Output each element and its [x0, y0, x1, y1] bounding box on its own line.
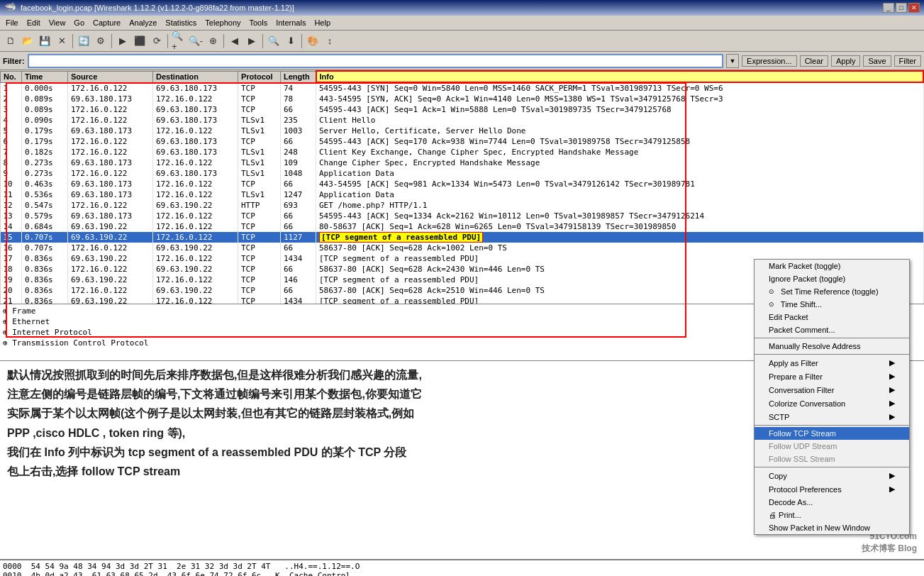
cell-proto: TCP [238, 94, 281, 104]
cell-no: 13 [1, 211, 22, 221]
expression-button[interactable]: Expression... [742, 55, 797, 67]
table-row[interactable]: 5 0.179s 69.63.180.173 172.16.0.122 TLSv… [1, 126, 924, 136]
table-row[interactable]: 14 0.684s 69.63.190.22 172.16.0.122 TCP … [1, 221, 924, 232]
filter-bar: Filter: ▼ Expression... Clear Apply Save… [0, 52, 924, 70]
ctx-set-time-ref[interactable]: ⊙ Set Time Reference (toggle) [755, 285, 909, 298]
ctx-apply-as-filter[interactable]: Apply as Filter ▶ [755, 356, 909, 370]
cell-proto: TCP [238, 179, 281, 189]
tb-scroll[interactable]: ⬇ [283, 33, 299, 49]
menu-go[interactable]: Go [69, 17, 89, 28]
ctx-edit-packet[interactable]: Edit Packet [755, 311, 909, 323]
filter-label: Filter: [3, 57, 25, 65]
close-button[interactable]: ✕ [908, 3, 920, 13]
ctx-ignore-packet[interactable]: Ignore Packet (toggle) [755, 272, 909, 285]
cell-len: 1127 [281, 232, 316, 243]
tb-capture-options[interactable]: ⚙ [93, 33, 108, 49]
tb-close[interactable]: ✕ [54, 33, 69, 49]
clear-button[interactable]: Clear [800, 55, 828, 67]
cell-time: 0.089s [22, 94, 68, 104]
menu-capture[interactable]: Capture [89, 17, 125, 28]
ctx-show-new-window[interactable]: Show Packet in New Window [755, 521, 909, 534]
table-row[interactable]: 12 0.547s 172.16.0.122 69.63.190.22 HTTP… [1, 200, 924, 211]
filter-button[interactable]: Filter [894, 55, 921, 67]
ctx-mark-packet[interactable]: Mark Packet (toggle) [755, 260, 909, 272]
ctx-time-shift[interactable]: ⊙ Time Shift... [755, 298, 909, 311]
ctx-sctp[interactable]: SCTP ▶ [755, 410, 909, 423]
table-row[interactable]: 9 0.273s 172.16.0.122 69.63.180.173 TLSv… [1, 168, 924, 179]
tb-start-capture[interactable]: ▶ [115, 33, 130, 49]
table-row[interactable]: 8 0.273s 69.63.180.173 172.16.0.122 TLSv… [1, 157, 924, 168]
table-row[interactable]: 6 0.179s 172.16.0.122 69.63.180.173 TCP … [1, 136, 924, 147]
menu-telephony[interactable]: Telephony [201, 17, 245, 28]
tb-zoom-in[interactable]: 🔍+ [171, 33, 187, 49]
table-row[interactable]: 2 0.089s 69.63.180.173 172.16.0.122 TCP … [1, 94, 924, 104]
cell-len: 66 [281, 285, 316, 296]
tb-back[interactable]: ◀ [227, 33, 243, 49]
table-row[interactable]: 4 0.090s 172.16.0.122 69.63.180.173 TLSv… [1, 115, 924, 126]
tb-new[interactable]: 🗋 [3, 33, 18, 49]
table-row[interactable]: 10 0.463s 69.63.180.173 172.16.0.122 TCP… [1, 179, 924, 189]
tb-save[interactable]: 💾 [37, 33, 52, 49]
ctx-print[interactable]: 🖨 Print... [755, 509, 909, 521]
save-button[interactable]: Save [863, 55, 891, 67]
menu-tools[interactable]: Tools [245, 17, 272, 28]
table-row[interactable]: 11 0.536s 69.63.180.173 172.16.0.122 TLS… [1, 189, 924, 200]
table-row[interactable]: 13 0.579s 69.63.180.173 172.16.0.122 TCP… [1, 211, 924, 221]
col-time[interactable]: Time [22, 71, 68, 82]
col-destination[interactable]: Destination [153, 71, 238, 82]
cell-src: 69.63.180.173 [68, 179, 153, 189]
cell-no: 21 [1, 296, 22, 304]
cell-no: 9 [1, 168, 22, 179]
cell-dst: 172.16.0.122 [153, 296, 238, 304]
col-no[interactable]: No. [1, 71, 22, 82]
col-length[interactable]: Length [281, 71, 316, 82]
menu-edit[interactable]: Edit [23, 17, 45, 28]
ctx-conversation-filter[interactable]: Conversation Filter ▶ [755, 383, 909, 397]
cell-time: 0.836s [22, 296, 68, 304]
table-row[interactable]: 1 0.000s 172.16.0.122 69.63.180.173 TCP … [1, 82, 924, 94]
tb-find-packet[interactable]: 🔍 [266, 33, 282, 49]
tb-stop-capture[interactable]: ⬛ [132, 33, 147, 49]
table-row[interactable]: 16 0.707s 172.16.0.122 69.63.190.22 TCP … [1, 243, 924, 253]
table-row[interactable]: 15 0.707s 69.63.190.22 172.16.0.122 TCP … [1, 232, 924, 243]
ctx-prepare-filter[interactable]: Prepare a Filter ▶ [755, 370, 909, 383]
filter-dropdown[interactable]: ▼ [726, 54, 739, 68]
ctx-protocol-prefs[interactable]: Protocol Preferences ▶ [755, 482, 909, 496]
tb-zoom-normal[interactable]: ⊕ [205, 33, 221, 49]
ctx-copy[interactable]: Copy ▶ [755, 469, 909, 482]
table-row[interactable]: 7 0.182s 172.16.0.122 69.63.180.173 TLSv… [1, 147, 924, 157]
minimize-button[interactable]: _ [883, 3, 894, 13]
tb-reload[interactable]: 🔄 [76, 33, 91, 49]
apply-button[interactable]: Apply [831, 55, 861, 67]
tb-open[interactable]: 📂 [20, 33, 35, 49]
cell-src: 69.63.180.173 [68, 157, 153, 168]
cell-time: 0.273s [22, 157, 68, 168]
tb-forward[interactable]: ▶ [244, 33, 260, 49]
menu-internals[interactable]: Internals [272, 17, 310, 28]
tb-colorize[interactable]: 🎨 [305, 33, 321, 49]
menu-file[interactable]: File [1, 17, 23, 28]
tb-restart-capture[interactable]: ⟳ [149, 33, 165, 49]
col-info[interactable]: Info [316, 71, 924, 82]
ctx-follow-tcp[interactable]: Follow TCP Stream [755, 427, 909, 440]
cell-len: 1434 [281, 296, 316, 304]
col-protocol[interactable]: Protocol [238, 71, 281, 82]
maximize-button[interactable]: □ [896, 3, 907, 13]
filter-input[interactable] [28, 54, 723, 68]
ctx-colorize-conversation[interactable]: Colorize Conversation ▶ [755, 397, 909, 410]
cell-src: 172.16.0.122 [68, 136, 153, 147]
col-source[interactable]: Source [68, 71, 153, 82]
app-icon: 🦈 [4, 2, 16, 13]
tb-zoom-out[interactable]: 🔍- [188, 33, 204, 49]
cell-dst: 172.16.0.122 [153, 253, 238, 264]
menu-analyze[interactable]: Analyze [125, 17, 161, 28]
cell-len: 66 [281, 243, 316, 253]
menu-statistics[interactable]: Statistics [161, 17, 201, 28]
ctx-packet-comment[interactable]: Packet Comment... [755, 323, 909, 336]
ctx-manually-resolve[interactable]: Manually Resolve Address [755, 340, 909, 353]
menu-view[interactable]: View [45, 17, 70, 28]
tb-auto-scroll[interactable]: ↕ [322, 33, 338, 49]
ctx-decode-as[interactable]: Decode As... [755, 496, 909, 509]
table-row[interactable]: 3 0.089s 172.16.0.122 69.63.180.173 TCP … [1, 104, 924, 115]
menu-help[interactable]: Help [310, 17, 335, 28]
